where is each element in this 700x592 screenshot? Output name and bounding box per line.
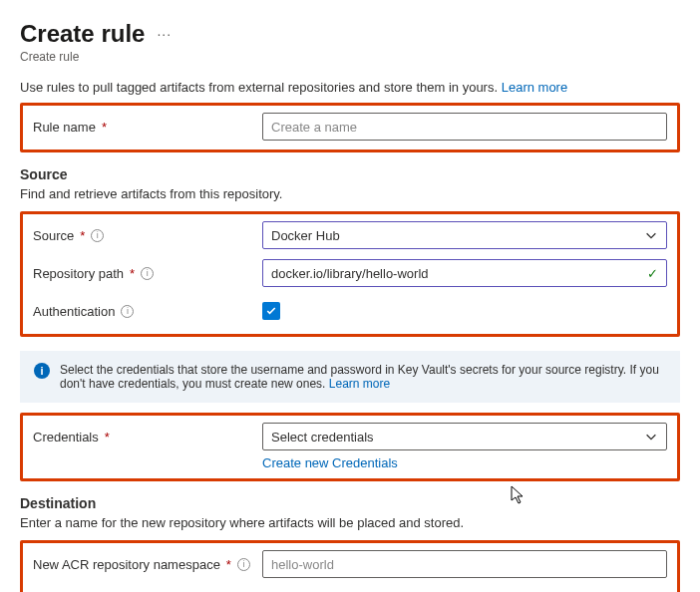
page-title: Create rule [20,20,145,48]
checkmark-icon [265,305,277,317]
namespace-label: New ACR repository namespace [33,557,220,572]
overflow-menu-icon[interactable]: ··· [157,26,172,42]
info-banner: i Select the credentials that store the … [20,351,680,403]
highlight-box-destination: New ACR repository namespace * i [20,540,680,592]
info-icon[interactable]: i [91,229,104,242]
page-header: Create rule ··· Create rule [20,20,680,64]
required-asterisk: * [226,557,231,572]
destination-section-title: Destination [20,495,680,511]
repo-path-input[interactable]: docker.io/library/hello-world ✓ [262,259,667,287]
checkmark-icon: ✓ [647,266,658,281]
credentials-label: Credentials [33,430,99,444]
required-asterisk: * [102,120,107,135]
auth-checkbox[interactable] [262,302,280,320]
required-asterisk: * [105,430,110,444]
source-label: Source [33,228,74,243]
breadcrumb: Create rule [20,50,680,64]
info-icon: i [34,363,50,379]
auth-label: Authentication [33,304,115,319]
chevron-down-icon [644,228,658,242]
info-icon[interactable]: i [141,267,154,280]
intro-text-body: Use rules to pull tagged artifacts from … [20,80,498,95]
chevron-down-icon [644,430,658,444]
repo-path-label: Repository path [33,266,124,281]
highlight-box-rule-name: Rule name * [20,103,680,152]
highlight-box-credentials: Credentials * Select credentials Create … [20,413,680,481]
credentials-select[interactable]: Select credentials [262,423,667,450]
create-credentials-link[interactable]: Create new Credentials [262,455,398,470]
credentials-select-value: Select credentials [271,430,374,444]
repo-path-value: docker.io/library/hello-world [271,266,429,281]
source-select[interactable]: Docker Hub [262,221,667,249]
info-icon[interactable]: i [237,558,250,571]
destination-section-desc: Enter a name for the new repository wher… [20,515,680,530]
source-section-desc: Find and retrieve artifacts from this re… [20,186,680,201]
namespace-input[interactable] [262,550,667,578]
source-section-title: Source [20,166,680,182]
rule-name-label: Rule name [33,120,96,135]
intro-text: Use rules to pull tagged artifacts from … [20,80,680,95]
learn-more-link[interactable]: Learn more [502,80,567,95]
highlight-box-source: Source * i Docker Hub Repository path * … [20,211,680,337]
info-icon[interactable]: i [121,305,134,318]
info-banner-learn-more-link[interactable]: Learn more [329,377,390,391]
required-asterisk: * [80,228,85,243]
source-select-value: Docker Hub [271,228,340,243]
required-asterisk: * [130,266,135,281]
rule-name-input[interactable] [262,113,667,141]
